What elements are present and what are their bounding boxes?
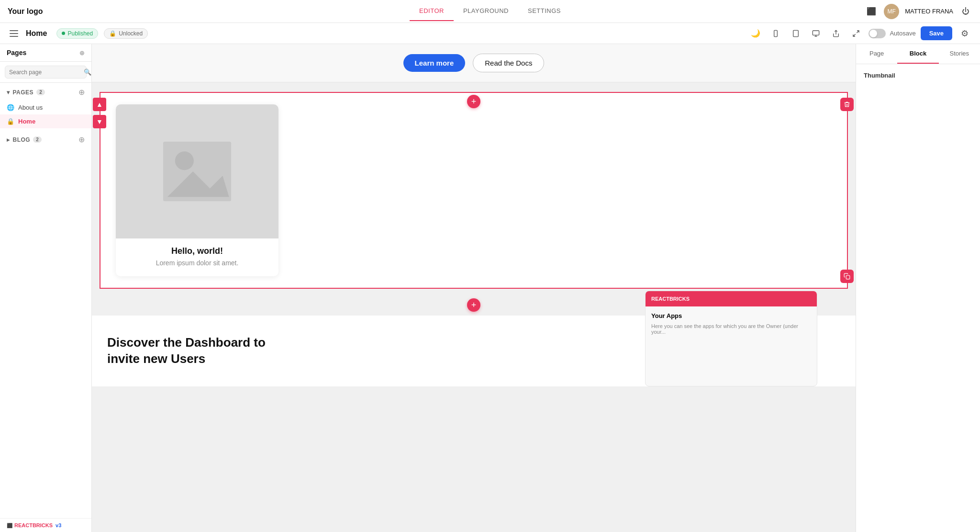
- sidebar-header: Pages ⊕: [0, 44, 91, 62]
- card-image: [116, 104, 278, 238]
- sidebar-items: 🌐 About us 🔒 Home: [0, 99, 91, 130]
- logo: Your logo: [8, 7, 43, 16]
- autosave-switch[interactable]: [869, 29, 886, 38]
- svg-point-13: [175, 151, 194, 170]
- add-icon-top: +: [471, 97, 477, 107]
- main-layout: Pages ⊕ 🔍 ▾ PAGES 2 ⊕ 🌐 About: [0, 44, 980, 532]
- right-panel-content: Thumbnail: [856, 64, 980, 87]
- pages-section: ▾ PAGES 2 ⊕: [0, 83, 91, 99]
- image-placeholder: [154, 133, 240, 210]
- svg-rect-2: [793, 30, 799, 36]
- pages-count: 2: [36, 89, 45, 95]
- editor-area: Learn more Read the Docs + ▲ ▼: [92, 44, 856, 532]
- new-page-icon[interactable]: ⊕: [79, 49, 85, 57]
- top-content: Learn more Read the Docs: [92, 44, 856, 82]
- right-panel-tabs: Page Block Stories: [856, 44, 980, 64]
- blog-section-header[interactable]: ▸ BLOG 2 ⊕: [7, 135, 85, 144]
- block-duplicate-button[interactable]: [840, 270, 854, 283]
- desktop-view-icon[interactable]: [808, 26, 824, 41]
- sidebar-search: 🔍: [0, 62, 91, 83]
- reactbricks-version: v3: [56, 522, 61, 528]
- monitor-icon[interactable]: ⬛: [865, 5, 878, 18]
- share-icon[interactable]: [828, 26, 844, 41]
- svg-rect-0: [774, 30, 778, 36]
- card-title: Hello, world!: [125, 246, 269, 256]
- nav-right: ⬛ MF MATTEO FRANA ⏻: [865, 4, 972, 19]
- blog-count: 2: [33, 136, 42, 143]
- published-dot: [62, 32, 65, 35]
- home-label: Home: [18, 118, 35, 125]
- card-subtitle: Lorem ipsum dolor sit amet.: [125, 259, 269, 267]
- card-body: Hello, world! Lorem ipsum dolor sit amet…: [116, 238, 278, 276]
- blog-section: ▸ BLOG 2 ⊕: [0, 130, 91, 146]
- svg-line-8: [857, 31, 859, 33]
- tab-page[interactable]: Page: [856, 44, 897, 64]
- dashboard-title: Your Apps: [651, 312, 811, 319]
- published-badge: Published: [56, 28, 98, 39]
- right-panel-section-title: Thumbnail: [864, 72, 972, 79]
- add-block-top-button[interactable]: +: [467, 95, 480, 108]
- unlocked-label: Unlocked: [119, 30, 143, 37]
- user-name: MATTEO FRANA: [905, 8, 953, 15]
- svg-rect-10: [846, 275, 850, 279]
- tab-settings[interactable]: SETTINGS: [518, 1, 570, 21]
- sub-nav: Home Published 🔒 Unlocked 🌙 Autosave: [0, 23, 980, 44]
- top-nav: Your logo EDITOR PLAYGROUND SETTINGS ⬛ M…: [0, 0, 980, 23]
- power-icon[interactable]: ⏻: [959, 5, 972, 18]
- tab-playground[interactable]: PLAYGROUND: [454, 1, 518, 21]
- search-box: 🔍: [5, 66, 87, 79]
- toggle-knob: [869, 30, 877, 37]
- autosave-toggle[interactable]: Autosave: [869, 29, 915, 38]
- add-icon-bottom: +: [471, 300, 477, 310]
- pages-new-icon[interactable]: ⊕: [78, 88, 85, 97]
- sidebar: Pages ⊕ 🔍 ▾ PAGES 2 ⊕ 🌐 About: [0, 44, 92, 532]
- lock-icon: 🔒: [109, 30, 116, 37]
- published-label: Published: [67, 30, 93, 37]
- expand-icon[interactable]: [848, 26, 864, 41]
- blog-new-icon[interactable]: ⊕: [78, 135, 85, 144]
- autosave-label: Autosave: [890, 30, 915, 37]
- learn-more-button[interactable]: Learn more: [403, 54, 466, 72]
- sub-nav-right: 🌙 Autosave Save ⚙: [748, 26, 972, 41]
- svg-rect-4: [813, 31, 819, 35]
- block-move-down-button[interactable]: ▼: [93, 115, 106, 128]
- globe-icon: 🌐: [7, 104, 14, 111]
- block-delete-button[interactable]: [840, 98, 854, 111]
- page-title: Home: [26, 29, 47, 38]
- avatar: MF: [884, 4, 899, 19]
- nav-tabs: EDITOR PLAYGROUND SETTINGS: [410, 1, 570, 21]
- reactbricks-logo: ⬛ REACTBRICKS: [7, 522, 53, 528]
- read-docs-button[interactable]: Read the Docs: [473, 54, 544, 72]
- add-block-bottom-button[interactable]: +: [467, 298, 480, 312]
- svg-line-9: [853, 34, 856, 36]
- sidebar-toggle-button[interactable]: [8, 28, 20, 39]
- block-move-up-button[interactable]: ▲: [93, 98, 106, 111]
- right-panel: Page Block Stories Thumbnail: [856, 44, 980, 532]
- blog-section-label: ▸ BLOG 2: [7, 136, 42, 143]
- card: Hello, world! Lorem ipsum dolor sit amet…: [116, 104, 278, 276]
- tab-stories[interactable]: Stories: [939, 44, 980, 64]
- save-button[interactable]: Save: [921, 26, 952, 40]
- bottom-section: Discover the Dashboard to invite new Use…: [92, 316, 856, 386]
- chevron-down-icon: ▾: [7, 89, 10, 96]
- sidebar-item-about-us[interactable]: 🌐 About us: [0, 101, 91, 114]
- tablet-view-icon[interactable]: [788, 26, 803, 41]
- dashboard-desc: Here you can see the apps for which you …: [651, 323, 811, 335]
- tab-block[interactable]: Block: [897, 44, 938, 64]
- lock-icon: 🔒: [7, 118, 14, 125]
- about-us-label: About us: [18, 104, 43, 111]
- search-input[interactable]: [9, 69, 81, 76]
- block-selection-box: ▲ ▼: [100, 92, 848, 289]
- search-icon: 🔍: [84, 68, 91, 76]
- dashboard-logo: REACTBRICKS: [651, 296, 690, 302]
- card-container: Hello, world! Lorem ipsum dolor sit amet…: [100, 93, 847, 288]
- gear-icon[interactable]: ⚙: [957, 26, 972, 41]
- dark-mode-icon[interactable]: 🌙: [748, 26, 763, 41]
- pages-section-header[interactable]: ▾ PAGES 2 ⊕: [7, 88, 85, 97]
- sidebar-item-home[interactable]: 🔒 Home: [0, 114, 91, 128]
- sidebar-title: Pages: [7, 49, 26, 57]
- reactbricks-footer: ⬛ REACTBRICKS v3: [0, 518, 91, 532]
- mobile-view-icon[interactable]: [768, 26, 783, 41]
- tab-editor[interactable]: EDITOR: [410, 1, 454, 21]
- chevron-right-icon: ▸: [7, 136, 10, 143]
